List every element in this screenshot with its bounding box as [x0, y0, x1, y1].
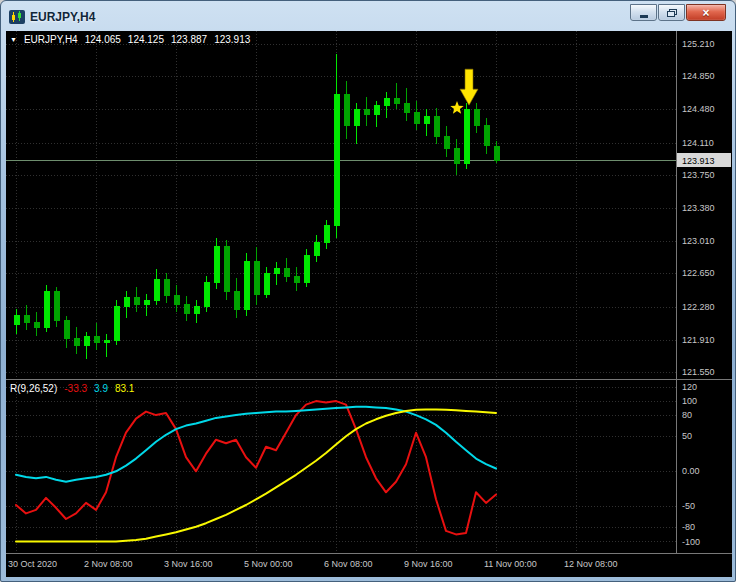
- candle-body: [184, 305, 189, 314]
- candle-body: [44, 291, 49, 327]
- candle-body: [64, 321, 69, 339]
- candle-body: [244, 262, 249, 310]
- time-axis-label: 30 Oct 2020: [8, 559, 57, 569]
- candle-body: [414, 112, 419, 124]
- candle-body: [324, 226, 329, 242]
- candle-body: [24, 316, 29, 323]
- candle-body: [224, 247, 229, 292]
- candle-body: [274, 269, 279, 274]
- candle-body: [34, 323, 39, 328]
- candle-body: [404, 103, 409, 112]
- candle-body: [254, 262, 259, 294]
- candle-body: [144, 300, 149, 305]
- candle-body: [484, 126, 489, 146]
- candle-body: [154, 280, 159, 301]
- candle-body: [204, 282, 209, 306]
- price-chart-canvas[interactable]: 125.210124.850124.480124.110123.750123.3…: [6, 31, 732, 577]
- price-axis-label: 122.280: [682, 302, 715, 312]
- indicator-axis-label: 100: [682, 396, 697, 406]
- candle-body: [234, 291, 239, 309]
- candle-body: [104, 341, 109, 343]
- candle-body: [174, 296, 179, 305]
- close-button[interactable]: ×: [686, 4, 726, 21]
- indicator-axis-label: -50: [682, 501, 695, 511]
- indicator-axis-label: 0.00: [682, 466, 700, 476]
- time-axis-label: 11 Nov 00:00: [484, 559, 537, 569]
- candle-body: [294, 276, 299, 282]
- candle-body: [84, 336, 89, 345]
- candle-body: [434, 117, 439, 137]
- candle-body: [374, 106, 379, 115]
- candle-body: [54, 291, 59, 321]
- price-axis-label: 123.010: [682, 236, 715, 246]
- candle-body: [444, 136, 449, 148]
- candle-body: [314, 242, 319, 255]
- candle-body: [284, 269, 289, 276]
- time-axis-label: 3 Nov 16:00: [164, 559, 213, 569]
- candle-body: [464, 109, 469, 163]
- candle-body: [394, 99, 399, 104]
- candle-body: [384, 99, 389, 106]
- titlebar[interactable]: EURJPY,H4 ×: [6, 1, 730, 31]
- time-axis-label: 12 Nov 08:00: [564, 559, 618, 569]
- candle-body: [94, 336, 99, 342]
- time-axis-label: 5 Nov 00:00: [244, 559, 293, 569]
- time-axis-label: 2 Nov 08:00: [84, 559, 133, 569]
- candle-body: [304, 256, 309, 283]
- restore-icon: [667, 9, 677, 17]
- chart-app-icon: [9, 10, 25, 24]
- candle-body: [494, 147, 499, 161]
- candle-body: [124, 298, 129, 307]
- candle-body: [474, 109, 479, 125]
- price-axis-label: 123.380: [682, 203, 715, 213]
- time-axis-label: 9 Nov 16:00: [404, 559, 453, 569]
- window-controls: ×: [630, 4, 726, 21]
- candle-body: [164, 280, 169, 296]
- price-axis-label: 124.850: [682, 71, 715, 81]
- restore-button[interactable]: [658, 4, 685, 21]
- minimize-button[interactable]: [630, 4, 657, 21]
- candle-body: [264, 273, 269, 294]
- price-axis-label: 121.910: [682, 335, 715, 345]
- indicator-axis-label: 80: [682, 410, 692, 420]
- price-axis-label: 123.750: [682, 170, 715, 180]
- indicator-axis-label: 50: [682, 431, 692, 441]
- candle-body: [14, 316, 19, 325]
- price-axis-label: 121.550: [682, 367, 715, 377]
- symbol-dropdown-icon[interactable]: ▼: [10, 36, 17, 43]
- time-axis-label: 6 Nov 08:00: [324, 559, 373, 569]
- indicator-axis-label: -80: [682, 522, 695, 532]
- price-axis-label: 125.210: [682, 39, 715, 49]
- price-axis-label: 124.480: [682, 104, 715, 114]
- chart-client-area[interactable]: 125.210124.850124.480124.110123.750123.3…: [6, 31, 732, 577]
- candle-body: [134, 298, 139, 305]
- candle-body: [214, 247, 219, 283]
- candle-body: [344, 94, 349, 125]
- candle-body: [454, 148, 459, 163]
- bid-price-tag-label: 123.913: [682, 156, 715, 166]
- candle-body: [74, 339, 79, 345]
- mt4-chart-window: EURJPY,H4 × 125.210124.850124.480124.110…: [0, 0, 736, 582]
- price-axis-label: 124.110: [682, 138, 714, 148]
- candle-body: [364, 109, 369, 114]
- star-marker-icon: [450, 101, 463, 114]
- indicator-axis-label: -100: [682, 537, 700, 547]
- indicator-line-aqua: [16, 407, 496, 482]
- candle-body: [354, 109, 359, 125]
- indicator-axis-label: 120: [682, 382, 697, 392]
- candle-body: [334, 94, 339, 226]
- candle-body: [194, 307, 199, 314]
- minimize-icon: [640, 15, 648, 18]
- close-icon: ×: [702, 7, 709, 19]
- candle-body: [424, 117, 429, 124]
- price-axis-label: 122.650: [682, 268, 715, 278]
- window-title: EURJPY,H4: [30, 10, 95, 24]
- down-arrow-marker-icon: [460, 69, 478, 105]
- candle-body: [114, 307, 119, 341]
